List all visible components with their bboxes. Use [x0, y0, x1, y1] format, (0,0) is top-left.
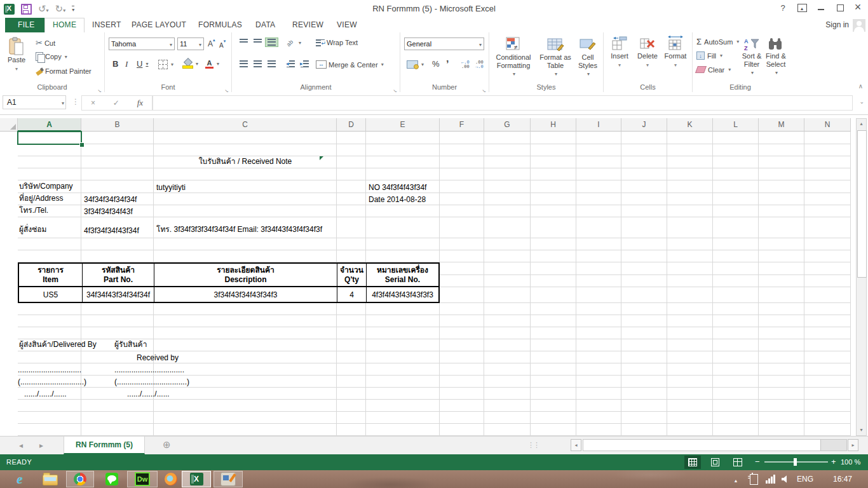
select-all-button[interactable] — [0, 118, 18, 132]
conditional-formatting-button[interactable]: ≠ Conditional Formatting — [491, 34, 536, 78]
header-description[interactable]: รายละเอียดสินค้าDescription — [154, 264, 337, 287]
scroll-up-icon[interactable]: ▴ — [857, 119, 866, 129]
sort-filter-button[interactable]: AZ Sort & Filter — [740, 35, 764, 77]
cell-styles-button[interactable]: Cell Styles — [574, 34, 602, 78]
find-select-button[interactable]: Find & Select — [764, 35, 788, 77]
column-header-H[interactable]: H — [531, 118, 576, 132]
column-header-E[interactable]: E — [366, 118, 440, 132]
restore-button[interactable] — [831, 0, 849, 15]
alignment-dialog-launcher[interactable] — [391, 84, 398, 91]
copy-button[interactable]: Copy — [33, 51, 70, 62]
number-format-select[interactable]: General — [404, 37, 484, 50]
cell-sign-line-1[interactable]: .............................. — [18, 363, 81, 376]
cell-qty[interactable]: 4 — [337, 287, 367, 302]
vertical-scroll-thumb[interactable] — [857, 130, 867, 278]
cell-doc-title[interactable]: ใบรับสินค้า / Received Note — [154, 156, 337, 168]
taskbar-messenger-button[interactable] — [100, 471, 123, 487]
fill-color-button[interactable] — [180, 58, 201, 70]
taskbar-app-button[interactable] — [214, 471, 243, 487]
paste-button[interactable]: Paste — [4, 35, 29, 73]
accounting-format-button[interactable] — [404, 59, 426, 70]
scroll-down-icon[interactable]: ▾ — [857, 425, 866, 435]
tab-home[interactable]: HOME — [44, 18, 85, 33]
volume-tray-button[interactable] — [779, 470, 792, 488]
column-header-F[interactable]: F — [440, 118, 484, 132]
help-button[interactable]: ? — [774, 0, 792, 15]
name-box[interactable]: A1 — [3, 95, 66, 109]
orientation-button[interactable] — [284, 37, 304, 48]
sign-in-link[interactable]: Sign in — [825, 20, 849, 29]
cell-date-line-1[interactable]: ....../....../...... — [24, 388, 67, 400]
column-header-D[interactable]: D — [337, 118, 366, 132]
bold-button[interactable]: B — [110, 58, 121, 70]
column-header-J[interactable]: J — [621, 118, 667, 132]
tab-review[interactable]: REVIEW — [285, 18, 331, 32]
tab-view[interactable]: VIEW — [329, 18, 365, 32]
scroll-right-icon[interactable]: ▸ — [848, 439, 858, 451]
cell-company-value[interactable]: tutyyitiyti — [156, 180, 186, 193]
vertical-scrollbar[interactable]: ▴ ▾ — [856, 118, 867, 436]
taskbar-firefox-button[interactable] — [160, 471, 182, 487]
cell-orderer-contact[interactable]: โทร. 3f34f3f3f34f34f34f Email: 3f34f43f4… — [156, 217, 322, 236]
increase-decimal-button[interactable] — [459, 59, 472, 71]
cell-sign-line-2[interactable]: ................................. — [114, 363, 184, 376]
cell-sign-paren-1[interactable]: (..............................) — [18, 376, 86, 388]
cell-tel-label[interactable]: โทร./Tel. — [19, 205, 48, 217]
format-as-table-button[interactable]: Format as Table — [538, 34, 573, 78]
avatar[interactable] — [853, 19, 865, 32]
cell-no-value[interactable]: NO 34f3f4f43f34f — [369, 180, 426, 193]
insert-function-icon[interactable]: fx — [137, 98, 143, 108]
column-header-A[interactable]: A — [18, 118, 81, 132]
show-hidden-icons-button[interactable] — [731, 470, 741, 488]
minimize-button[interactable] — [812, 0, 830, 15]
cell-date-line-2[interactable]: ....../....../...... — [127, 388, 170, 400]
header-part-no[interactable]: รหัสสินค้าPart No. — [83, 264, 154, 287]
active-cell-selection[interactable] — [17, 131, 82, 145]
sheet-next-icon[interactable]: ▸ — [39, 441, 43, 450]
taskbar-explorer-button[interactable] — [39, 471, 61, 487]
formula-bar-resize-handle[interactable]: ⋮ — [72, 97, 79, 106]
percent-style-button[interactable] — [430, 58, 442, 70]
increase-font-size-button[interactable] — [208, 37, 215, 49]
wrap-text-button[interactable]: Wrap Text — [313, 37, 360, 48]
paste-dropdown-icon[interactable] — [15, 64, 18, 73]
clipboard-dialog-launcher[interactable] — [96, 84, 103, 91]
middle-align-button[interactable] — [251, 37, 264, 46]
cell-received-by-th[interactable]: ผู้รับสินค้า — [114, 339, 147, 351]
borders-button[interactable] — [156, 58, 176, 71]
underline-button[interactable]: U — [134, 58, 151, 70]
cell-orderer-value[interactable]: 4f3f34f34f43f34f — [84, 217, 139, 236]
grid-body[interactable]: ใบรับสินค้า / Received Note บริษัท/Compa… — [0, 132, 851, 436]
page-layout-view-button[interactable] — [707, 456, 723, 469]
new-sheet-icon[interactable] — [163, 439, 171, 451]
cell-received-by-en[interactable]: Received by — [137, 351, 179, 363]
clock[interactable]: 16:47 — [829, 470, 857, 488]
normal-view-button[interactable] — [684, 456, 701, 469]
autosum-button[interactable]: AutoSum — [696, 35, 739, 48]
align-right-button[interactable] — [265, 59, 278, 69]
power-tray-button[interactable] — [747, 470, 760, 488]
font-family-select[interactable]: Tahoma — [109, 37, 175, 50]
increase-indent-button[interactable] — [298, 59, 311, 69]
number-dialog-launcher[interactable] — [480, 84, 487, 91]
top-align-button[interactable] — [237, 37, 250, 44]
cell-address-value[interactable]: 34f34f34f34f34f — [84, 193, 137, 205]
zoom-out-icon[interactable]: − — [755, 457, 760, 466]
column-header-I[interactable]: I — [576, 118, 621, 132]
clear-button[interactable]: Clear — [696, 63, 731, 76]
comma-style-button[interactable] — [444, 58, 451, 72]
insert-dropdown-icon[interactable] — [618, 60, 621, 69]
tab-splitter-handle[interactable]: ⋮⋮ — [527, 441, 539, 449]
cell-tel-value[interactable]: 3f34f34f34f43f — [84, 205, 133, 217]
italic-button[interactable]: I — [123, 58, 130, 71]
tab-formulas[interactable]: FORMULAS — [191, 18, 250, 32]
horizontal-scrollbar[interactable] — [583, 439, 847, 451]
decrease-font-size-button[interactable] — [219, 39, 226, 50]
cell-date-value[interactable]: Date 2014-08-28 — [369, 193, 426, 205]
header-qty[interactable]: จำนวนQ'ty — [337, 264, 367, 287]
font-dialog-launcher[interactable] — [223, 84, 230, 91]
language-indicator[interactable]: ENG — [794, 470, 816, 488]
zoom-level[interactable]: 100 % — [841, 458, 860, 466]
horizontal-scroll-thumb[interactable] — [583, 440, 821, 451]
column-header-L[interactable]: L — [713, 118, 759, 132]
